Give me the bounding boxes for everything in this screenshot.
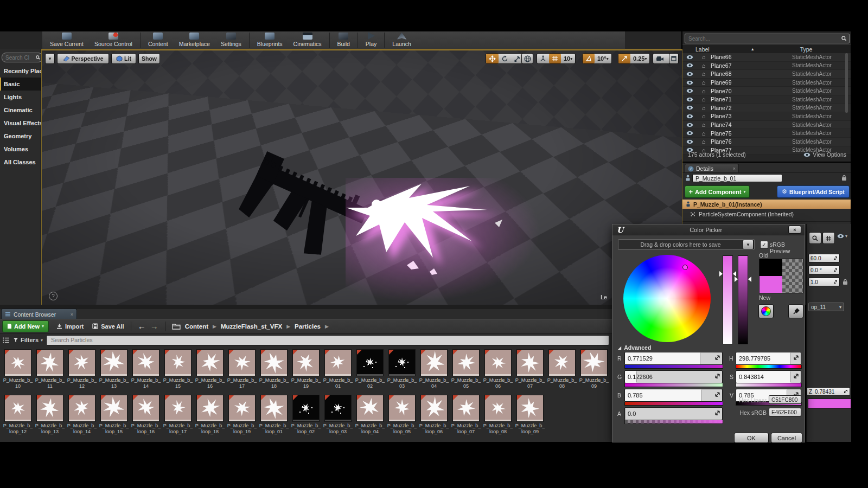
asset-thumbnail[interactable] xyxy=(260,349,288,376)
add-new-button[interactable]: Add New ▾ xyxy=(2,320,49,332)
asset-item[interactable]: P_Muzzle_b_06 xyxy=(484,349,512,389)
column-label[interactable]: Label xyxy=(695,46,710,53)
view-list-icon[interactable] xyxy=(3,337,10,343)
toolbar-button-source-control[interactable]: Source Control xyxy=(89,31,138,49)
outliner-search-input[interactable] xyxy=(687,35,841,42)
maximize-viewport-button[interactable] xyxy=(669,53,679,64)
outliner-row[interactable]: ⌂Plane68StaticMeshActor xyxy=(682,70,851,79)
close-tab-icon[interactable]: × xyxy=(71,312,73,317)
outliner-row[interactable]: ⌂Plane72StaticMeshActor xyxy=(682,104,851,113)
asset-item[interactable]: P_Muzzle_b_loop_08 xyxy=(484,395,512,435)
mode-tab-basic[interactable]: Basic xyxy=(0,78,41,91)
asset-thumbnail[interactable] xyxy=(68,395,95,422)
toolbar-button-build[interactable]: Build xyxy=(332,31,355,49)
asset-item[interactable]: P_Muzzle_b_loop_07 xyxy=(452,395,480,435)
mode-tab-geometry[interactable]: Geometry xyxy=(0,130,41,143)
asset-item[interactable]: P_Muzzle_b_loop_09 xyxy=(516,395,544,435)
asset-thumbnail[interactable] xyxy=(228,395,256,422)
modes-search-input[interactable] xyxy=(4,54,36,61)
eyedropper-button[interactable] xyxy=(788,304,803,318)
asset-item[interactable]: P_Muzzle_b_17 xyxy=(228,349,256,389)
chevron-down-icon[interactable]: ▼ xyxy=(743,240,754,249)
show-flags-button[interactable]: Show xyxy=(138,53,160,64)
save-all-button[interactable]: Save All xyxy=(92,323,124,330)
toolbar-button-play[interactable]: Play xyxy=(360,31,382,49)
transform-x-field[interactable]: 60.0 xyxy=(808,254,840,262)
asset-item[interactable]: P_Muzzle_b_13 xyxy=(100,349,127,389)
asset-thumbnail[interactable] xyxy=(292,395,320,422)
asset-thumbnail[interactable] xyxy=(228,349,256,376)
visibility-eye-icon[interactable] xyxy=(682,139,697,144)
slider-thumb[interactable] xyxy=(719,271,723,277)
srgb-preview-checkbox[interactable]: ✓ xyxy=(760,241,768,249)
asset-thumbnail[interactable] xyxy=(4,349,31,376)
visibility-eye-icon[interactable] xyxy=(682,123,697,127)
toolbar-button-settings[interactable]: Settings xyxy=(215,31,247,49)
toolbar-button-blueprints[interactable]: Blueprints xyxy=(252,31,288,49)
visibility-eye-icon[interactable] xyxy=(682,88,697,93)
asset-thumbnail[interactable] xyxy=(36,349,63,376)
asset-item[interactable]: P_Muzzle_b_16 xyxy=(196,349,224,389)
asset-item[interactable]: P_Muzzle_b_loop_04 xyxy=(356,395,384,435)
import-button[interactable]: Import xyxy=(56,323,84,330)
visibility-eye-icon[interactable] xyxy=(682,105,697,110)
outliner-row[interactable]: ⌂Plane71StaticMeshActor xyxy=(682,95,851,104)
asset-thumbnail[interactable] xyxy=(164,395,192,422)
asset-thumbnail[interactable] xyxy=(420,349,448,376)
asset-search-input[interactable] xyxy=(50,336,605,344)
asset-thumbnail[interactable] xyxy=(324,395,352,422)
asset-thumbnail[interactable] xyxy=(356,395,384,422)
asset-item[interactable]: P_Muzzle_b_loop_19 xyxy=(228,395,256,435)
toolbar-button-content[interactable]: Content xyxy=(143,31,174,49)
color-wheel-mode-button[interactable] xyxy=(758,304,774,318)
visibility-eye-icon[interactable] xyxy=(682,114,697,119)
viewport-options-dropdown[interactable]: ▼ xyxy=(45,53,55,64)
asset-item[interactable]: P_Muzzle_b_04 xyxy=(420,349,448,389)
asset-item[interactable]: P_Muzzle_b_loop_13 xyxy=(36,395,63,435)
hue-spinbox[interactable]: 298.779785 xyxy=(736,352,801,365)
asset-thumbnail[interactable] xyxy=(516,349,544,376)
scale-snap-toggle[interactable] xyxy=(618,54,630,63)
asset-item[interactable]: P_Muzzle_b_loop_03 xyxy=(324,395,352,435)
mode-tab-cinematic[interactable]: Cinematic xyxy=(0,104,41,117)
asset-item[interactable]: P_Muzzle_b_10 xyxy=(4,349,31,389)
mode-tab-volumes[interactable]: Volumes xyxy=(0,143,41,156)
saturation-spinbox[interactable]: 0.843814 xyxy=(736,370,801,383)
viewport-help-button[interactable]: ? xyxy=(49,292,58,300)
column-type[interactable]: Type xyxy=(800,46,813,53)
camera-speed-button[interactable] xyxy=(653,54,667,63)
alpha-gradient-strip[interactable] xyxy=(624,420,723,424)
outliner-row[interactable]: ⌂Plane70StaticMeshActor xyxy=(682,87,851,95)
outliner-row[interactable]: ⌂Plane67StaticMeshActor xyxy=(682,62,851,70)
asset-item[interactable]: P_Muzzle_b_07 xyxy=(516,349,544,389)
asset-thumbnail[interactable] xyxy=(516,395,544,422)
slider-thumb[interactable] xyxy=(748,277,751,282)
asset-thumbnail[interactable] xyxy=(68,349,95,376)
breadcrumb-folder[interactable]: MuzzleFlash_st_VFX xyxy=(221,323,282,330)
red-spinbox[interactable]: 0.771529 xyxy=(624,352,723,365)
outliner-search[interactable] xyxy=(685,34,850,43)
lock-icon[interactable] xyxy=(843,279,848,285)
asset-thumbnail[interactable] xyxy=(484,349,512,376)
asset-item[interactable]: P_Muzzle_b_loop_17 xyxy=(164,395,192,435)
asset-item[interactable]: P_Muzzle_b_loop_16 xyxy=(132,395,159,435)
asset-thumbnail[interactable] xyxy=(420,395,448,422)
view-options-button[interactable]: View Options xyxy=(803,151,846,158)
mode-tab-lights[interactable]: Lights xyxy=(0,91,41,104)
asset-item[interactable]: P_Muzzle_b_15 xyxy=(164,349,192,389)
asset-item[interactable]: P_Muzzle_b_12 xyxy=(68,349,95,389)
outliner-row[interactable]: ⌂Plane74StaticMeshActor xyxy=(682,121,851,130)
component-row[interactable]: ParticleSystemComponent (Inherited) xyxy=(690,211,794,217)
asset-thumbnail[interactable] xyxy=(260,395,288,422)
asset-item[interactable]: P_Muzzle_b_loop_18 xyxy=(196,395,224,435)
asset-search[interactable] xyxy=(46,335,609,345)
viewport[interactable]: ▼ Perspective Lit Show xyxy=(41,49,682,306)
asset-item[interactable]: P_Muzzle_b_08 xyxy=(548,349,576,389)
visibility-eye-icon[interactable] xyxy=(682,80,697,85)
asset-thumbnail[interactable] xyxy=(292,349,320,376)
asset-item[interactable]: P_Muzzle_b_03 xyxy=(388,349,416,389)
visibility-eye-icon[interactable] xyxy=(682,55,697,60)
theme-dropdown[interactable]: Drag & drop colors here to save ▼ xyxy=(618,239,755,250)
asset-item[interactable]: P_Muzzle_b_loop_01 xyxy=(260,395,288,435)
toolbar-button-save-current[interactable]: Save Current xyxy=(44,31,89,49)
